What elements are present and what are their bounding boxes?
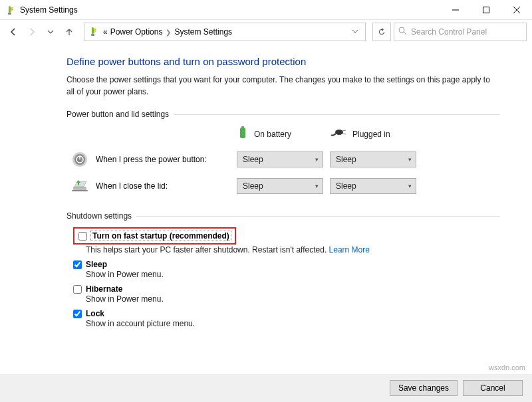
minimize-button[interactable]	[440, 0, 471, 20]
svg-rect-10	[240, 128, 245, 138]
sleep-option: Sleep Show in Power menu.	[73, 260, 500, 279]
chevron-right-icon[interactable]: ❯	[164, 29, 173, 36]
column-on-battery: On battery	[237, 126, 323, 142]
chevron-down-icon: ▾	[315, 183, 319, 189]
chevron-down-icon: ▾	[408, 183, 412, 189]
content-area: Define power buttons and turn on passwor…	[0, 44, 532, 342]
column-plugged-in: Plugged in	[330, 128, 416, 140]
lock-option: Lock Show in account picture menu.	[73, 309, 500, 328]
power-button-icon	[70, 150, 89, 169]
chevron-down-icon[interactable]	[349, 27, 361, 37]
svg-line-9	[404, 32, 406, 35]
svg-rect-0	[9, 6, 11, 13]
svg-line-13	[342, 130, 346, 131]
fast-startup-label[interactable]: Turn on fast startup (recommended)	[91, 231, 231, 241]
chevron-down-icon: ▾	[408, 156, 412, 163]
power-options-icon	[88, 26, 99, 39]
lock-sub: Show in account picture menu.	[86, 319, 500, 328]
close-button[interactable]	[501, 0, 532, 20]
row-power-button: When I press the power button:	[70, 150, 230, 169]
breadcrumb-item[interactable]: Power Options	[109, 27, 164, 37]
laptop-lid-icon	[70, 177, 89, 195]
cancel-button[interactable]: Cancel	[463, 380, 523, 396]
page-description: Choose the power settings that you want …	[66, 74, 500, 98]
sleep-label[interactable]: Sleep	[86, 260, 107, 269]
fast-startup-checkbox[interactable]	[78, 232, 87, 241]
svg-rect-19	[73, 187, 86, 190]
svg-rect-20	[72, 190, 88, 191]
svg-rect-6	[92, 27, 94, 34]
back-button[interactable]	[5, 24, 21, 40]
page-heading: Define power buttons and turn on passwor…	[66, 56, 500, 67]
section-header-power: Power button and lid settings	[66, 110, 500, 119]
chevron-down-icon: ▾	[315, 156, 319, 163]
up-button[interactable]	[61, 24, 77, 40]
hibernate-checkbox[interactable]	[73, 285, 82, 294]
svg-rect-1	[8, 13, 11, 15]
hibernate-option: Hibernate Show in Power menu.	[73, 284, 500, 304]
lock-label[interactable]: Lock	[86, 309, 104, 318]
sleep-checkbox[interactable]	[73, 260, 82, 269]
save-changes-button[interactable]: Save changes	[390, 380, 458, 396]
power-grid: On battery Plugged in When I press the p…	[70, 126, 500, 195]
breadcrumb-prefix[interactable]: «	[102, 27, 109, 37]
footer: Save changes Cancel	[0, 374, 532, 402]
svg-point-12	[335, 130, 343, 135]
recent-locations-button[interactable]	[43, 24, 59, 40]
titlebar: System Settings	[0, 0, 532, 20]
refresh-button[interactable]	[372, 23, 391, 41]
power-button-plugged-select[interactable]: Sleep▾	[330, 151, 416, 167]
close-lid-plugged-select[interactable]: Sleep▾	[330, 178, 416, 194]
watermark: wsxdn.com	[489, 363, 525, 371]
section-header-shutdown: Shutdown settings	[66, 211, 500, 221]
breadcrumb-item[interactable]: System Settings	[173, 27, 233, 37]
power-button-battery-select[interactable]: Sleep▾	[237, 151, 323, 167]
plug-icon	[330, 128, 347, 140]
svg-point-8	[399, 27, 404, 33]
fast-startup-sub: This helps start your PC faster after sh…	[86, 245, 500, 254]
hibernate-sub: Show in Power menu.	[86, 294, 500, 304]
highlight-fast-startup: Turn on fast startup (recommended)	[73, 227, 236, 245]
search-input[interactable]: Search Control Panel	[394, 23, 527, 41]
search-placeholder: Search Control Panel	[411, 27, 487, 37]
learn-more-link[interactable]: Learn More	[329, 245, 370, 254]
lock-checkbox[interactable]	[73, 310, 82, 318]
sleep-sub: Show in Power menu.	[86, 270, 500, 279]
battery-icon	[237, 126, 249, 142]
navbar: « Power Options ❯ System Settings Search…	[0, 20, 532, 44]
svg-rect-3	[483, 7, 489, 13]
svg-line-14	[342, 134, 346, 134]
hibernate-label[interactable]: Hibernate	[86, 284, 122, 294]
row-close-lid: When I close the lid:	[70, 177, 230, 195]
address-bar[interactable]: « Power Options ❯ System Settings	[84, 23, 366, 41]
svg-rect-7	[91, 34, 94, 36]
svg-rect-11	[241, 126, 244, 128]
shutdown-section: Shutdown settings Turn on fast startup (…	[66, 211, 500, 328]
maximize-button[interactable]	[471, 0, 501, 20]
window-title: System Settings	[20, 5, 440, 15]
fast-startup-option: Turn on fast startup (recommended) This …	[73, 227, 500, 254]
search-icon	[398, 27, 407, 37]
forward-button[interactable]	[24, 24, 40, 40]
close-lid-battery-select[interactable]: Sleep▾	[237, 178, 323, 194]
power-options-icon	[5, 5, 16, 15]
